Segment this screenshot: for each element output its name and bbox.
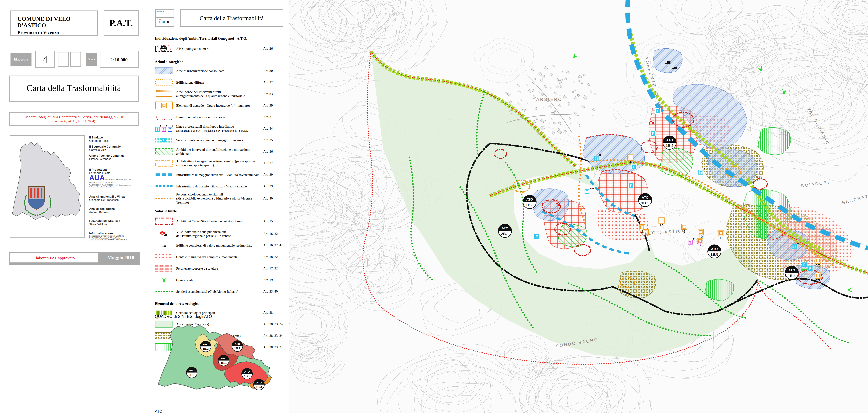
svg-text:ATO: ATO (526, 198, 533, 201)
svg-text:R: R (610, 204, 612, 208)
legend-item-label: Edificazione diffusa (175, 81, 261, 85)
legend-item-article: Art. 26 (261, 47, 284, 51)
svg-text:1B.5: 1B.5 (711, 252, 718, 256)
svg-text:F: F (809, 266, 811, 270)
rps-arrows-swatch: R P S (155, 125, 175, 132)
svg-text:ATO: ATO (203, 343, 208, 346)
elaborato-empty-box-1 (58, 52, 69, 67)
legend-item-label: Limiti fisici alla nuova edificazione (175, 115, 261, 119)
credit-item: Ufficio Tecnico ComunaleSimone Veronese (89, 154, 142, 166)
legend-item-article: Art. 18, 22 (261, 255, 284, 259)
adeguati-box: Elaborati adeguati alla Conferenza di Se… (9, 112, 138, 126)
legend-item-article: Art. 30 (261, 69, 284, 73)
svg-text:F: F (633, 165, 635, 169)
svg-text:13: 13 (816, 278, 820, 282)
legend-item: Edifici e complessi di valore monumental… (155, 240, 284, 251)
credit-item: Compatibilità IdraulicaSilvia Dall'Igna (89, 219, 142, 229)
svg-text:1B.4: 1B.4 (256, 385, 262, 388)
legend-item: Edificazione diffusa Art. 32 (155, 77, 284, 88)
svg-text:R: R (599, 154, 601, 157)
elaborato-empty-box-2 (70, 52, 81, 67)
legend-item-article: Art. 37 (261, 161, 284, 165)
orange-squares-number-swatch: n° (155, 101, 175, 109)
approvato-text: Elaborati PAT approvato (10, 253, 98, 262)
legend-item-label: Edifici e complessi di valore monumental… (175, 244, 261, 247)
svg-text:ATO: ATO (256, 381, 261, 384)
legend-section-heading: Elementi della rete ecologica (155, 301, 284, 306)
legend-item-label: Contesti figurativi dei complessi monume… (175, 255, 261, 259)
legend-scala-value: 1:10.000 (157, 21, 173, 24)
municipality-outline-box (10, 135, 85, 238)
service-f-marker: F (534, 234, 539, 239)
legend-title: Carta della Trasformabilità (180, 9, 283, 27)
elaborato-number: 4 (35, 51, 55, 68)
legend-item: Ambiti attività integrative settore prim… (155, 158, 284, 168)
svg-text:1B.4: 1B.4 (788, 274, 796, 278)
legend-item: Sentieri escursionistici (Club Alpino It… (155, 286, 284, 297)
svg-text:ATO: ATO (244, 370, 250, 373)
blue-hatch-swatch (155, 67, 175, 75)
place-label: ARSIERO (536, 97, 562, 102)
ato-badge: ATO 1B.5 (708, 245, 721, 258)
legend-item: Ville individuate nella pubblicazionedel… (155, 228, 284, 239)
credits-list: Il SindacoGiordano RossiIl Segretario Co… (89, 136, 142, 243)
ato-badge: ATO 1B.1 (639, 193, 652, 207)
svg-text:12: 12 (816, 263, 820, 267)
svg-text:ATO: ATO (502, 226, 508, 230)
comune-title: COMUNE DI VELO D'ASTICO (18, 16, 97, 29)
svg-text:2B.1: 2B.1 (501, 232, 509, 236)
quadro-sintesi: QUADRO di SINTESI degli ATO ATO 1B.3 ATO… (155, 314, 284, 413)
service-f-marker: F (628, 183, 633, 188)
green-hatch-dashed-swatch (155, 148, 175, 156)
comune-box: COMUNE DI VELO D'ASTICO Provincia di Vic… (10, 10, 98, 36)
green-cone-symbol (155, 276, 175, 284)
sheet-title-box: Carta della Trasformabilità (9, 75, 138, 102)
legend-item-article: Art. 16, 22 (261, 232, 284, 236)
legend-item-label: Pertinenze scoperte da tutelare (175, 266, 261, 271)
cyan-grid-f-swatch: F (155, 136, 175, 144)
svg-text:ATO: ATO (162, 46, 166, 49)
main-map: FFFFFFF145791011121314RRRSPPS-R ATO 1B.3… (289, 0, 868, 413)
ato-badge: ATO 1B.2 (232, 341, 243, 351)
legend-item-article: Art. 33 (261, 92, 284, 96)
legend-item: Infrastrutture di maggior rilevanza - Vi… (155, 169, 284, 180)
legend-elaborato-number: 4 (157, 13, 173, 16)
legend-item-article: Art. 29 (261, 103, 284, 107)
approvato-strip: Elaborati PAT approvato Maggio 2010 (9, 252, 140, 265)
legend-item-article: Art. 23, 40 (261, 290, 284, 293)
legend-item-label: Aree di urbanizzazione consolidata (175, 69, 261, 73)
legend-item: Pertinenze scoperte da tutelare Art. 17,… (155, 263, 284, 274)
ato-badge: ATO 1B.1 (218, 355, 229, 366)
red-dashdot-rect-swatch (155, 217, 175, 225)
blue-dash-thick-swatch (155, 171, 175, 179)
legend-section-heading: Valori e tutele (155, 209, 284, 213)
service-f-marker: F (651, 131, 655, 136)
svg-text:F: F (630, 184, 632, 188)
ato-badge: ATO 2B.1 (186, 367, 197, 378)
pat-box: P.A.T. (103, 10, 138, 36)
adeguati-line1: Elaborati adeguati alla Conferenza di Se… (10, 115, 138, 119)
red-grid-fill-swatch (155, 264, 175, 273)
legend-item-label: Infrastrutture di maggior rilevanza - Vi… (175, 184, 261, 188)
quadro-title: QUADRO di SINTESI degli ATO (155, 314, 284, 319)
orange-dots-swatch (155, 194, 175, 202)
scala-label: Scala (86, 53, 97, 66)
legend-item-article: Art. 39 (261, 173, 284, 177)
svg-text:ATO: ATO (235, 343, 240, 346)
ato-badge: ATO 1B.3 (523, 195, 536, 209)
title-block: COMUNE DI VELO D'ASTICO Provincia di Vic… (0, 0, 148, 413)
municipality-shape (12, 142, 81, 220)
orange-triangle-border-swatch (155, 78, 175, 86)
ato-badge: ATO 1B.2 (663, 136, 676, 149)
legend-item-label: Infrastrutture di maggior rilevanza - Vi… (175, 173, 261, 177)
legend-item-article: Art. 36 (261, 150, 284, 154)
svg-text:R: R (160, 125, 161, 127)
legend-item-label: Ville individuate nella pubblicazionedel… (175, 230, 261, 238)
legend-item-label: Sentieri escursionistici (Club Alpino It… (175, 290, 261, 293)
svg-text:14: 14 (660, 223, 664, 227)
svg-text:S: S (172, 125, 173, 127)
service-f-marker: F (808, 266, 813, 271)
legend-item: Ambiti per interventi di riqualificazion… (155, 146, 284, 157)
svg-text:1B.2: 1B.2 (234, 347, 240, 350)
svg-text:ATO: ATO (189, 369, 194, 372)
